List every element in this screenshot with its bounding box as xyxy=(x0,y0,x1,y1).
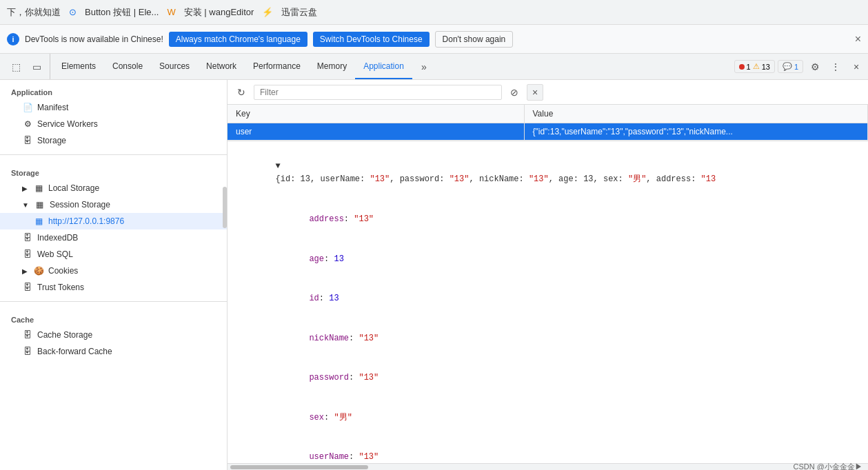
error-badge[interactable]: 1 ⚠ 13 xyxy=(734,60,775,73)
sidebar-section-cache: Cache xyxy=(0,307,227,327)
devtools-left-icons: ⬚ ▭ xyxy=(3,54,50,79)
notification-close-button[interactable]: × xyxy=(855,33,861,45)
close-devtools-button[interactable]: × xyxy=(847,58,865,76)
browser-tab-icon-2: ⊙ xyxy=(69,7,77,17)
sidebar-item-trust-tokens[interactable]: 🗄 Trust Tokens xyxy=(0,279,227,296)
warning-count: 13 xyxy=(762,63,770,71)
json-field-sex: sex: "男" xyxy=(236,398,860,438)
sidebar-section-storage: Storage xyxy=(0,161,227,180)
filter-delete-button[interactable]: × xyxy=(527,84,543,101)
filter-input[interactable] xyxy=(254,85,502,100)
sidebar-item-websql[interactable]: 🗄 Web SQL xyxy=(0,246,227,263)
sidebar-item-cache-storage[interactable]: 🗄 Cache Storage xyxy=(0,327,227,343)
table-cell-value: {"id":13,"userName":"13","password":"13"… xyxy=(524,123,868,141)
storage-table: Key Value user {"id":13,"userName":"13",… xyxy=(228,105,868,141)
tab-performance[interactable]: Performance xyxy=(245,54,309,79)
browser-tab-2[interactable]: Button 按钮 | Ele... xyxy=(85,6,159,19)
gear-icon: ⚙ xyxy=(22,119,33,130)
sidebar-item-session-storage[interactable]: ▼ ▦ Session Storage xyxy=(0,196,227,213)
storage-table-container: Key Value user {"id":13,"userName":"13",… xyxy=(228,105,868,141)
sidebar-item-cookies[interactable]: ▶ 🍪 Cookies xyxy=(0,263,227,279)
sidebar-item-indexeddb[interactable]: 🗄 IndexedDB xyxy=(0,229,227,246)
json-field-password: password: "13" xyxy=(236,358,860,398)
content-area: ↻ ⊘ × Key Value user {"id":13,"userName"… xyxy=(228,80,868,470)
sidebar-item-local-storage[interactable]: ▶ ▦ Local Storage xyxy=(0,180,227,196)
settings-button[interactable]: ⚙ xyxy=(806,58,824,76)
switch-devtools-button[interactable]: Switch DevTools to Chinese xyxy=(313,32,430,47)
tab-memory[interactable]: Memory xyxy=(309,54,355,79)
bfcache-icon: 🗄 xyxy=(22,346,33,357)
sidebar-section-application: Application xyxy=(0,80,227,99)
filter-bar: ↻ ⊘ × xyxy=(228,80,868,105)
filter-clear-button[interactable]: ⊘ xyxy=(506,84,523,101)
tab-application[interactable]: Application xyxy=(355,54,412,79)
expand-arrow-icon[interactable]: ▼ xyxy=(276,161,281,171)
browser-tab-4[interactable]: 迅雷云盘 xyxy=(281,6,317,19)
sidebar-item-manifest[interactable]: 📄 Manifest xyxy=(0,99,227,116)
session-storage-url-icon: ▦ xyxy=(33,216,44,227)
json-summary-text: {id: 13, userName: "13", password: "13",… xyxy=(276,174,716,184)
browser-tab-icon-3: W xyxy=(167,7,175,17)
tab-network[interactable]: Network xyxy=(198,54,245,79)
json-field-age: age: 13 xyxy=(236,239,860,279)
sidebar-item-label-cache-storage: Cache Storage xyxy=(37,330,92,340)
more-options-button[interactable]: ⋮ xyxy=(827,58,845,76)
notification-bar: i DevTools is now available in Chinese! … xyxy=(0,25,868,54)
json-lower-pane: ▼ {id: 13, userName: "13", password: "13… xyxy=(228,141,868,463)
sidebar-scrollbar-thumb xyxy=(223,187,227,228)
message-badge[interactable]: 💬 1 xyxy=(778,60,803,73)
tab-console[interactable]: Console xyxy=(104,54,151,79)
sidebar-item-bfcache[interactable]: 🗄 Back-forward Cache xyxy=(0,343,227,360)
message-icon: 💬 xyxy=(783,62,792,71)
bottom-scroll-bar: CSDN @小金金金▶ xyxy=(228,463,868,470)
json-field-id: id: 13 xyxy=(236,279,860,319)
device-icon-button[interactable]: ▭ xyxy=(28,58,46,76)
json-field-address: address: "13" xyxy=(236,200,860,240)
sidebar-item-label-session-storage-url: http://127.0.0.1:9876 xyxy=(48,216,124,226)
info-icon: i xyxy=(7,33,19,45)
sidebar-item-session-storage-url[interactable]: ▦ http://127.0.0.1:9876 xyxy=(0,213,227,229)
json-field-username: userName: "13" xyxy=(236,438,860,463)
json-summary-line: ▼ {id: 13, userName: "13", password: "13… xyxy=(236,147,860,200)
sidebar: Application 📄 Manifest ⚙ Service Workers… xyxy=(0,80,228,470)
col-header-value: Value xyxy=(524,105,868,123)
cookies-icon: 🍪 xyxy=(33,265,44,276)
cursor-icon-button[interactable]: ⬚ xyxy=(7,58,25,76)
sidebar-item-label-bfcache: Back-forward Cache xyxy=(37,347,112,356)
indexeddb-icon: 🗄 xyxy=(22,232,33,243)
arrow-right-cookies-icon: ▶ xyxy=(22,267,28,275)
devtools-tabs-bar: ⬚ ▭ Elements Console Sources Network Per… xyxy=(0,54,868,80)
session-storage-icon: ▦ xyxy=(34,199,46,210)
cache-storage-icon: 🗄 xyxy=(22,329,33,340)
dont-show-again-button[interactable]: Don't show again xyxy=(435,31,514,48)
warning-icon: ⚠ xyxy=(753,62,760,71)
sidebar-item-storage-app[interactable]: 🗄 Storage xyxy=(0,132,227,149)
arrow-right-icon: ▶ xyxy=(22,185,28,192)
arrow-down-icon: ▼ xyxy=(22,201,29,209)
refresh-button[interactable]: ↻ xyxy=(233,84,250,101)
devtools-main: Application 📄 Manifest ⚙ Service Workers… xyxy=(0,80,868,470)
horizontal-scrollbar-thumb[interactable] xyxy=(230,465,368,469)
sidebar-item-label-session-storage: Session Storage xyxy=(50,200,110,210)
browser-tab-icon-4: ⚡ xyxy=(262,7,273,17)
table-row[interactable]: user {"id":13,"userName":"13","password"… xyxy=(228,123,868,141)
sidebar-item-label-service-workers: Service Workers xyxy=(37,119,98,129)
more-tabs-button[interactable]: » xyxy=(415,58,433,76)
browser-tab-3[interactable]: 安装 | wangEditor xyxy=(184,6,254,19)
browser-bar: 下，你就知道 ⊙ Button 按钮 | Ele... W 安装 | wangE… xyxy=(0,0,868,25)
table-cell-key: user xyxy=(228,123,524,141)
tab-elements[interactable]: Elements xyxy=(53,54,104,79)
sidebar-item-label-local-storage: Local Storage xyxy=(48,183,99,193)
error-dot-icon xyxy=(739,64,745,70)
sidebar-item-label-manifest: Manifest xyxy=(37,103,68,112)
storage-icon: 🗄 xyxy=(22,135,33,146)
tab-sources[interactable]: Sources xyxy=(151,54,198,79)
sidebar-item-service-workers[interactable]: ⚙ Service Workers xyxy=(0,116,227,132)
sidebar-item-label-storage-app: Storage xyxy=(37,136,66,145)
sidebar-item-label-websql: Web SQL xyxy=(37,249,73,259)
always-match-button[interactable]: Always match Chrome's language xyxy=(169,32,307,47)
websql-icon: 🗄 xyxy=(22,249,33,260)
devtools-right-icons: 1 ⚠ 13 💬 1 ⚙ ⋮ × xyxy=(734,58,866,76)
sidebar-divider-1 xyxy=(0,154,227,155)
browser-tab-1[interactable]: 下，你就知道 xyxy=(7,6,61,19)
